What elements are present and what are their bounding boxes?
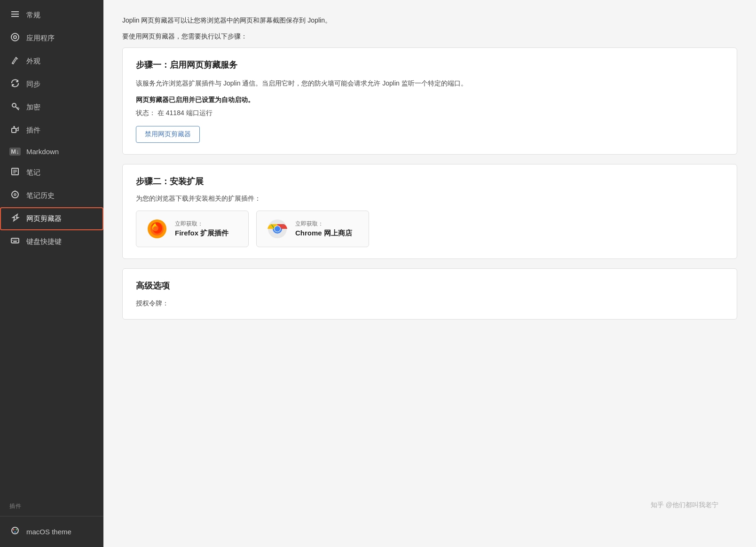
sidebar: 常规 应用程序 外观 同步 xyxy=(0,0,103,547)
svg-point-30 xyxy=(15,531,16,533)
appearance-icon xyxy=(9,55,21,67)
step1-title: 步骤一：启用网页剪藏服务 xyxy=(136,59,724,70)
svg-point-27 xyxy=(12,527,18,534)
sidebar-item-notes[interactable]: 笔记 xyxy=(0,161,103,184)
sidebar-item-label: 外观 xyxy=(26,57,40,66)
sidebar-item-encryption[interactable]: 加密 xyxy=(0,96,103,119)
sidebar-item-keyboard[interactable]: 键盘快捷键 xyxy=(0,230,103,253)
svg-point-4 xyxy=(11,33,19,41)
applications-icon xyxy=(9,32,21,44)
chrome-card[interactable]: 立即获取： Chrome 网上商店 xyxy=(256,211,369,247)
svg-rect-21 xyxy=(11,238,19,243)
sidebar-item-markdown[interactable]: M↓ Markdown xyxy=(0,142,103,161)
sidebar-item-webclipper[interactable]: 网页剪藏器 xyxy=(0,207,103,230)
step1-desc: 该服务允许浏览器扩展插件与 Joplin 通信。当启用它时，您的防火墙可能会请求… xyxy=(136,78,724,89)
svg-line-10 xyxy=(18,108,19,109)
sync-icon xyxy=(9,78,21,90)
svg-point-18 xyxy=(12,191,18,198)
main-content: Joplin 网页剪藏器可以让您将浏览器中的网页和屏幕截图保存到 Joplin。… xyxy=(103,0,756,547)
intro-text-1: Joplin 网页剪藏器可以让您将浏览器中的网页和屏幕截图保存到 Joplin。 xyxy=(122,15,737,25)
general-icon xyxy=(9,9,21,21)
sidebar-item-label: 网页剪藏器 xyxy=(26,214,62,223)
chrome-name: Chrome 网上商店 xyxy=(295,229,352,238)
sidebar-divider xyxy=(0,516,103,516)
advanced-title: 高级选项 xyxy=(136,280,724,291)
firefox-name: Firefox 扩展插件 xyxy=(175,229,228,238)
palette-icon xyxy=(9,526,21,538)
svg-point-19 xyxy=(14,194,16,195)
chrome-card-text: 立即获取： Chrome 网上商店 xyxy=(295,220,352,238)
step2-title: 步骤二：安装扩展 xyxy=(136,176,724,187)
step2-card: 步骤二：安装扩展 为您的浏览器下载并安装相关的扩展插件： 立即获取： Firef… xyxy=(122,164,737,259)
svg-point-5 xyxy=(14,36,16,39)
markdown-icon: M↓ xyxy=(9,148,21,156)
svg-point-7 xyxy=(12,103,16,107)
sidebar-item-sync[interactable]: 同步 xyxy=(0,73,103,96)
keyboard-icon xyxy=(9,236,21,248)
sidebar-item-label: 同步 xyxy=(26,80,40,89)
plugins-icon xyxy=(9,125,21,136)
webclipper-icon xyxy=(9,213,21,225)
sidebar-item-label: 笔记历史 xyxy=(26,191,55,200)
license-label: 授权令牌： xyxy=(136,299,169,307)
browser-cards-container: 立即获取： Firefox 扩展插件 xyxy=(136,211,724,247)
svg-point-28 xyxy=(13,529,15,531)
sidebar-item-applications[interactable]: 应用程序 xyxy=(0,27,103,50)
step1-status-port: 状态： 在 41184 端口运行 xyxy=(136,109,724,117)
sidebar-footer-label: macOS theme xyxy=(26,528,71,536)
step2-desc: 为您的浏览器下载并安装相关的扩展插件： xyxy=(136,195,724,203)
step1-status-enabled: 网页剪藏器已启用并已设置为自动启动。 xyxy=(136,96,724,104)
sidebar-item-appearance[interactable]: 外观 xyxy=(0,50,103,73)
sidebar-item-label: 笔记 xyxy=(26,168,40,177)
svg-point-29 xyxy=(16,529,17,531)
svg-line-9 xyxy=(17,107,18,108)
firefox-label: 立即获取： xyxy=(175,220,228,228)
sidebar-item-label: 插件 xyxy=(26,126,40,135)
sidebar-item-label: 应用程序 xyxy=(26,34,55,43)
disable-webclipper-button[interactable]: 禁用网页剪藏器 xyxy=(136,126,200,143)
sidebar-item-plugins[interactable]: 插件 xyxy=(0,119,103,142)
firefox-card-text: 立即获取： Firefox 扩展插件 xyxy=(175,220,228,238)
firefox-icon xyxy=(146,218,168,240)
sidebar-item-label: 加密 xyxy=(26,103,40,112)
step1-card: 步骤一：启用网页剪藏服务 该服务允许浏览器扩展插件与 Joplin 通信。当启用… xyxy=(122,47,737,155)
notes-icon xyxy=(9,167,21,179)
sidebar-item-label: Markdown xyxy=(26,148,59,156)
encryption-icon xyxy=(9,102,21,113)
svg-point-36 xyxy=(275,226,280,232)
history-icon xyxy=(9,190,21,202)
firefox-card[interactable]: 立即获取： Firefox 扩展插件 xyxy=(136,211,249,247)
svg-rect-11 xyxy=(12,128,16,133)
sidebar-item-label: 常规 xyxy=(26,11,40,20)
watermark: 知乎 @他们都叫我老宁 xyxy=(651,501,718,509)
intro-text-2: 要使用网页剪藏器，您需要执行以下步骤： xyxy=(122,31,737,41)
sidebar-item-macos-theme[interactable]: macOS theme xyxy=(0,520,103,543)
advanced-card: 高级选项 授权令牌： xyxy=(122,268,737,320)
chrome-label: 立即获取： xyxy=(295,220,352,228)
sidebar-item-general[interactable]: 常规 xyxy=(0,4,103,27)
sidebar-item-history[interactable]: 笔记历史 xyxy=(0,184,103,207)
sidebar-item-label: 键盘快捷键 xyxy=(26,237,62,246)
chrome-icon xyxy=(266,218,289,240)
sidebar-section-plugins: 插件 xyxy=(0,497,103,512)
